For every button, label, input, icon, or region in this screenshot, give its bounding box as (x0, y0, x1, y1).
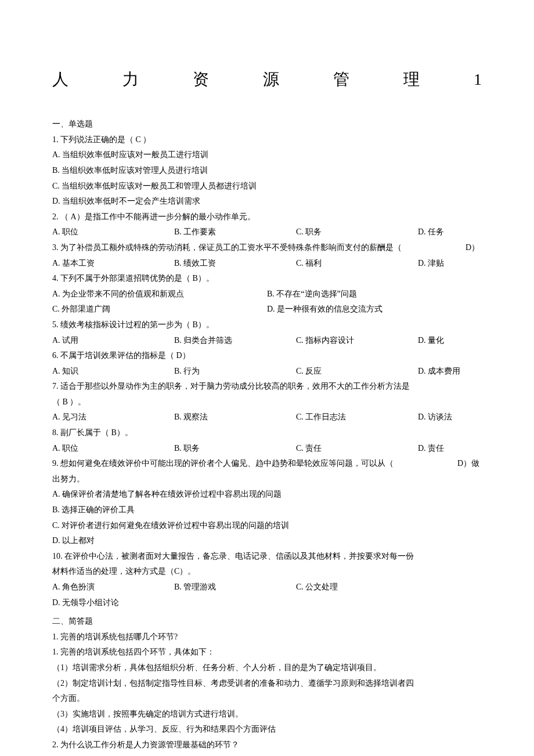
q10-options: A. 角色扮演 B. 管理游戏 C. 公文处理 D. 无领导小组讨论 (52, 580, 482, 610)
q5-option-a: A. 试用 (52, 333, 174, 349)
q9-option-d: D. 以上都对 (52, 533, 482, 549)
q8-options: A. 职位 B. 职务 C. 责任 D. 责任 (52, 441, 482, 457)
q4-option-a: A. 为企业带来不同的价值观和新观点 (52, 287, 267, 302)
q3-stem-row: 3. 为了补偿员工额外或特殊的劳动消耗，保证员工的工资水平不受特殊条件影响而支付… (52, 240, 482, 256)
q4-option-c: C. 外部渠道广阔 (52, 302, 267, 317)
title-char: 人 (52, 64, 68, 95)
short-answer-1-line4: （3）实施培训，按照事先确定的培训方式进行培训。 (52, 707, 482, 722)
q1-stem: 1. 下列说法正确的是（ C ） (52, 132, 482, 148)
title-char: 管 (333, 64, 349, 95)
q7-options: A. 见习法 B. 观察法 C. 工作日志法 D. 访谈法 (52, 410, 482, 425)
q1-option-b: B. 当组织效率低时应该对管理人员进行培训 (52, 163, 482, 179)
q6-option-b: B. 行为 (174, 364, 296, 379)
q9-stem-row: 9. 想如何避免在绩效评价中可能出现的评价者个人偏见、趋中趋势和晕轮效应等问题，… (52, 456, 482, 472)
q3-answer-tail: D） (445, 240, 482, 256)
q5-option-d: D. 量化 (418, 333, 444, 349)
q10-option-d: D. 无领导小组讨论 (52, 595, 119, 611)
section-2-heading: 二、简答题 (52, 614, 482, 630)
q4-options-row1: A. 为企业带来不同的价值观和新观点 B. 不存在“逆向选择”问题 (52, 287, 482, 302)
title-char: 1 (474, 64, 482, 95)
short-answer-1-line3: （2）制定培训计划，包括制定指导性目标、考虑受训者的准备和动力、遵循学习原则和选… (52, 676, 482, 692)
q3-option-b: B. 绩效工资 (174, 256, 296, 272)
q5-stem: 5. 绩效考核指标设计过程的第一步为（ B）。 (52, 317, 482, 333)
q6-options: A. 知识 B. 行为 C. 反应 D. 成本费用 (52, 364, 482, 379)
q3-options: A. 基本工资 B. 绩效工资 C. 福利 D. 津贴 (52, 256, 482, 272)
q4-stem: 4. 下列不属于外部渠道招聘优势的是（ B）。 (52, 271, 482, 287)
q4-options-row2: C. 外部渠道广阔 D. 是一种很有效的信息交流方式 (52, 302, 482, 317)
q4-option-b: B. 不存在“逆向选择”问题 (267, 287, 482, 302)
q8-option-c: C. 责任 (296, 441, 418, 457)
q8-option-a: A. 职位 (52, 441, 174, 457)
q3-option-c: C. 福利 (296, 256, 418, 272)
page-title: 人 力 资 源 管 理 1 (52, 64, 482, 95)
q7-option-d: D. 访谈法 (418, 410, 452, 425)
q9-option-b: B. 选择正确的评价工具 (52, 502, 482, 518)
title-char: 理 (403, 64, 420, 95)
short-answer-1-line1: 1. 完善的培训系统包括四个环节，具体如下： (52, 645, 482, 660)
section-1-heading: 一、单选题 (52, 117, 482, 132)
q10-stem-line1: 10. 在评价中心法，被测者面对大量报告，备忘录、电话记录、信函以及其他材料，并… (52, 549, 482, 565)
q5-option-c: C. 指标内容设计 (296, 333, 418, 349)
q1-option-d: D. 当组织效率低时不一定会产生培训需求 (52, 194, 482, 209)
short-answer-1-question: 1. 完善的培训系统包括哪几个环节? (52, 630, 482, 645)
title-char: 资 (193, 64, 209, 95)
q6-option-d: D. 成本费用 (418, 364, 460, 379)
q1-option-c: C. 当组织效率低时应该对一般员工和管理人员都进行培训 (52, 179, 482, 194)
short-answer-1-line5: （4）培训项目评估，从学习、反应、行为和结果四个方面评估 (52, 722, 482, 737)
q2-options: A. 职位 B. 工作要素 C. 职务 D. 任务 (52, 225, 482, 240)
q5-option-b: B. 归类合并筛选 (174, 333, 296, 349)
q9-option-a: A. 确保评价者清楚地了解各种在绩效评价过程中容易出现的问题 (52, 487, 482, 502)
q2-option-c: C. 职务 (296, 225, 418, 240)
q10-option-c: C. 公文处理 (296, 580, 418, 595)
q2-stem: 2. （ A）是指工作中不能再进一步分解的最小动作单元。 (52, 209, 482, 225)
q2-option-d: D. 任务 (418, 225, 444, 240)
q10-stem-line2: 材料作适当的处理，这种方式是（C）。 (52, 564, 482, 580)
title-char: 源 (263, 64, 279, 95)
document-page: 人 力 资 源 管 理 1 一、单选题 1. 下列说法正确的是（ C ） A. … (0, 0, 534, 756)
short-answer-1-line3b: 个方面。 (52, 691, 482, 707)
q9-answer-tail: D）做 (445, 456, 482, 472)
q7-option-b: B. 观察法 (174, 410, 296, 425)
q2-option-b: B. 工作要素 (174, 225, 296, 240)
q9-stem-line2: 出努力。 (52, 472, 482, 487)
q7-option-a: A. 见习法 (52, 410, 174, 425)
q9-option-c: C. 对评价者进行如何避免在绩效评价过程中容易出现的问题的培训 (52, 518, 482, 534)
short-answer-2-question: 2. 为什么说工作分析是人力资源管理最基础的环节？ (52, 737, 482, 753)
q4-option-d: D. 是一种很有效的信息交流方式 (267, 302, 482, 317)
q8-option-d: D. 责任 (418, 441, 444, 457)
q6-option-a: A. 知识 (52, 364, 174, 379)
q9-stem-line1: 9. 想如何避免在绩效评价中可能出现的评价者个人偏见、趋中趋势和晕轮效应等问题，… (52, 456, 445, 472)
q3-option-a: A. 基本工资 (52, 256, 174, 272)
q8-stem: 8. 副厂长属于（ B）。 (52, 425, 482, 441)
q2-option-a: A. 职位 (52, 225, 174, 240)
q6-option-c: C. 反应 (296, 364, 418, 379)
q10-option-a: A. 角色扮演 (52, 580, 174, 595)
q1-option-a: A. 当组织效率低时应该对一般员工进行培训 (52, 147, 482, 163)
q3-option-d: D. 津贴 (418, 256, 444, 272)
q10-option-b: B. 管理游戏 (174, 580, 296, 595)
q7-option-c: C. 工作日志法 (296, 410, 418, 425)
q7-stem-line1: 7. 适合于那些以外显动作为主的职务，对于脑力劳动成分比较高的职务，效用不大的工… (52, 379, 482, 395)
q3-stem: 3. 为了补偿员工额外或特殊的劳动消耗，保证员工的工资水平不受特殊条件影响而支付… (52, 240, 445, 256)
q5-options: A. 试用 B. 归类合并筛选 C. 指标内容设计 D. 量化 (52, 333, 482, 349)
title-char: 力 (122, 64, 139, 95)
q6-stem: 6. 不属于培训效果评估的指标是（ D） (52, 348, 482, 364)
q8-option-b: B. 职务 (174, 441, 296, 457)
short-answer-1-line2: （1）培训需求分析，具体包括组织分析、任务分析、个人分析，目的是为了确定培训项目… (52, 660, 482, 676)
q7-stem-line2: （ B ）。 (52, 395, 482, 410)
